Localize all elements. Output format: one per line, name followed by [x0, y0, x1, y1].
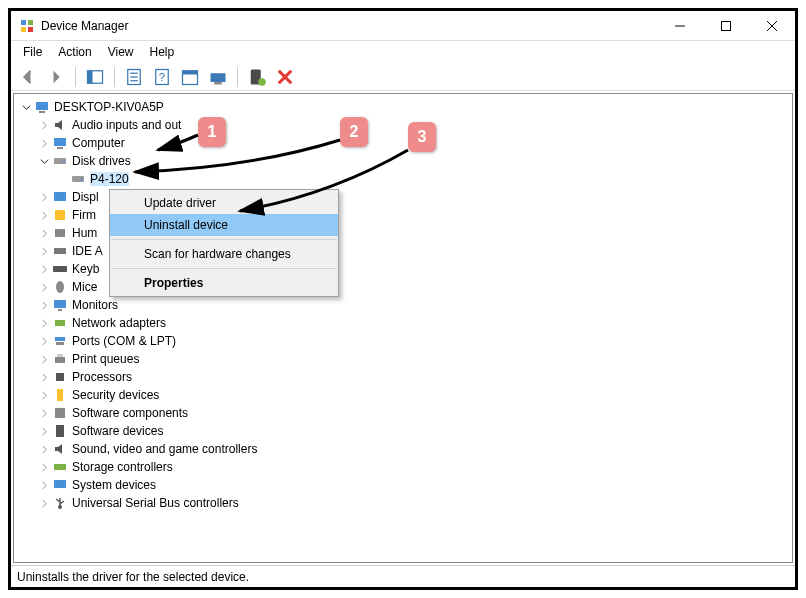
annotation-balloon-1: 1 [198, 117, 226, 147]
scan-hardware-button[interactable] [207, 66, 229, 88]
svg-rect-3 [28, 27, 33, 32]
tree-hid-label: Hum [72, 226, 97, 240]
tree-ide-label: IDE A [72, 244, 103, 258]
cm-update-driver[interactable]: Update driver [110, 192, 338, 214]
tree-storage[interactable]: Storage controllers [16, 458, 790, 476]
security-icon [52, 387, 68, 403]
chevron-right-icon[interactable] [38, 119, 50, 131]
svg-rect-38 [54, 300, 66, 308]
cm-uninstall-device[interactable]: Uninstall device [110, 214, 338, 236]
properties-button[interactable] [123, 66, 145, 88]
tree-root-label: DESKTOP-KIV0A5P [54, 100, 164, 114]
tree-storage-label: Storage controllers [72, 460, 173, 474]
window-title: Device Manager [41, 19, 657, 33]
tree-swdev[interactable]: Software devices [16, 422, 790, 440]
uninstall-device-button[interactable] [274, 66, 296, 88]
tree-p4-120[interactable]: P4-120 [16, 170, 790, 188]
show-hide-console-button[interactable] [84, 66, 106, 88]
chevron-right-icon[interactable] [38, 497, 50, 509]
tree-audio[interactable]: Audio inputs and out [16, 116, 790, 134]
chevron-right-icon[interactable] [38, 479, 50, 491]
storage-icon [52, 459, 68, 475]
chevron-right-icon[interactable] [38, 191, 50, 203]
audio-icon [52, 117, 68, 133]
chevron-right-icon[interactable] [38, 461, 50, 473]
software-icon [52, 405, 68, 421]
calendar-button[interactable] [179, 66, 201, 88]
svg-rect-34 [55, 229, 65, 237]
separator [111, 239, 337, 240]
back-button[interactable] [17, 66, 39, 88]
tree-security-label: Security devices [72, 388, 159, 402]
tree-processors[interactable]: Processors [16, 368, 790, 386]
help-button[interactable]: ? [151, 66, 173, 88]
svg-text:?: ? [159, 70, 165, 82]
usb-icon [52, 495, 68, 511]
ports-icon [52, 333, 68, 349]
svg-rect-50 [54, 480, 66, 488]
tree-display-label: Displ [72, 190, 99, 204]
firmware-icon [52, 207, 68, 223]
tree-disk-drives-label: Disk drives [72, 154, 131, 168]
tree-monitors[interactable]: Monitors [16, 296, 790, 314]
cm-scan-hardware[interactable]: Scan for hardware changes [110, 243, 338, 265]
sound-icon [52, 441, 68, 457]
chevron-right-icon[interactable] [38, 281, 50, 293]
chevron-right-icon[interactable] [38, 371, 50, 383]
chevron-right-icon[interactable] [38, 245, 50, 257]
chevron-down-icon[interactable] [38, 155, 50, 167]
svg-rect-9 [88, 70, 93, 83]
tree-ports[interactable]: Ports (COM & LPT) [16, 332, 790, 350]
tree-computer[interactable]: Computer [16, 134, 790, 152]
tree-keyboards-label: Keyb [72, 262, 99, 276]
chevron-right-icon[interactable] [38, 443, 50, 455]
chevron-right-icon[interactable] [38, 263, 50, 275]
chevron-right-icon[interactable] [38, 209, 50, 221]
tree-printq[interactable]: Print queues [16, 350, 790, 368]
tree-network[interactable]: Network adapters [16, 314, 790, 332]
tree-root[interactable]: DESKTOP-KIV0A5P [16, 98, 790, 116]
chevron-right-icon[interactable] [38, 335, 50, 347]
tree-printq-label: Print queues [72, 352, 139, 366]
tree-audio-label: Audio inputs and out [72, 118, 181, 132]
context-menu: Update driver Uninstall device Scan for … [109, 189, 339, 297]
forward-button[interactable] [45, 66, 67, 88]
enable-device-button[interactable] [246, 66, 268, 88]
menu-file[interactable]: File [15, 43, 50, 61]
close-button[interactable] [749, 11, 795, 41]
cm-properties[interactable]: Properties [110, 272, 338, 294]
chevron-right-icon[interactable] [38, 425, 50, 437]
menu-action[interactable]: Action [50, 43, 99, 61]
tree-swcomp[interactable]: Software components [16, 404, 790, 422]
tree-disk-drives[interactable]: Disk drives [16, 152, 790, 170]
minimize-button[interactable] [657, 11, 703, 41]
chevron-right-icon[interactable] [38, 317, 50, 329]
monitor-icon [52, 297, 68, 313]
drive-icon [70, 171, 86, 187]
tree-swdev-label: Software devices [72, 424, 163, 438]
drive-icon [52, 153, 68, 169]
chevron-right-icon[interactable] [38, 389, 50, 401]
chevron-right-icon[interactable] [38, 407, 50, 419]
chevron-down-icon[interactable] [20, 101, 32, 113]
chevron-right-icon[interactable] [38, 227, 50, 239]
menu-help[interactable]: Help [142, 43, 183, 61]
tree-security[interactable]: Security devices [16, 386, 790, 404]
maximize-button[interactable] [703, 11, 749, 41]
svg-rect-43 [55, 357, 65, 363]
hid-icon [52, 225, 68, 241]
svg-point-29 [63, 160, 65, 162]
tree-mice-label: Mice [72, 280, 97, 294]
menu-view[interactable]: View [100, 43, 142, 61]
chevron-right-icon[interactable] [38, 137, 50, 149]
separator [114, 67, 115, 87]
tree-system[interactable]: System devices [16, 476, 790, 494]
tree-sound[interactable]: Sound, video and game controllers [16, 440, 790, 458]
annotation-balloon-2: 2 [340, 117, 368, 147]
chevron-right-icon[interactable] [38, 299, 50, 311]
tree-usb[interactable]: Universal Serial Bus controllers [16, 494, 790, 512]
svg-rect-19 [214, 82, 222, 85]
chevron-right-icon[interactable] [38, 353, 50, 365]
svg-rect-46 [57, 389, 63, 401]
svg-rect-39 [58, 309, 62, 311]
